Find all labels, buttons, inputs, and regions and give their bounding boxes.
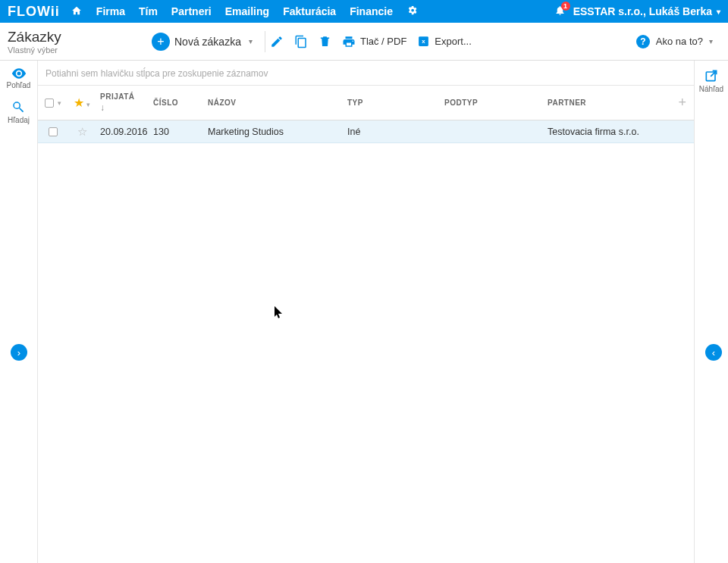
expand-right-button[interactable]: ‹ <box>705 344 722 361</box>
table-header: ▾ ★▾ PRIJATÁ ↓ ČÍSLO NÁZOV TYP PODTYP <box>38 86 694 120</box>
col-type[interactable]: TYP <box>343 99 440 107</box>
page-title-block: Zákazky Vlastný výber <box>8 29 129 55</box>
new-order-dropdown[interactable]: ▾ <box>249 37 253 45</box>
sort-arrow-icon: ↓ <box>100 102 144 113</box>
new-order-label: Nová zákazka <box>174 36 241 48</box>
nav-emailing[interactable]: Emailing <box>225 5 269 17</box>
home-icon[interactable] <box>71 5 83 18</box>
col-num-label: ČÍSLO <box>153 99 178 107</box>
chevron-down-icon: ▾ <box>58 99 62 107</box>
plus-icon: + <box>152 33 170 51</box>
export-label: Export... <box>435 36 471 47</box>
print-button[interactable]: Tlač / PDF <box>342 35 406 48</box>
toolbar: Zákazky Vlastný výber + Nová zákazka ▾ T… <box>0 23 728 61</box>
col-partner-label: PARTNER <box>548 99 586 107</box>
col-subtype[interactable]: PODTYP <box>440 99 543 107</box>
svg-text:x: x <box>422 38 426 45</box>
star-icon: ★ <box>74 96 85 109</box>
search-icon <box>11 100 25 114</box>
eye-icon <box>11 68 27 79</box>
checkbox-icon <box>45 99 54 108</box>
col-name[interactable]: NÁZOV <box>203 99 343 107</box>
nav-tim[interactable]: Tím <box>139 5 158 17</box>
nav-financie[interactable]: Financie <box>350 5 393 17</box>
new-order-button[interactable]: + Nová zákazka <box>152 33 241 51</box>
col-date[interactable]: PRIJATÁ ↓ <box>96 92 149 113</box>
help-label: Ako na to? <box>656 36 703 47</box>
sidebar-view-label: Pohľad <box>7 81 31 89</box>
page-subtitle: Vlastný výber <box>8 45 129 55</box>
cell-number: 130 <box>149 127 203 137</box>
divider <box>265 31 265 52</box>
page-title: Zákazky <box>8 29 129 45</box>
col-partner[interactable]: PARTNER <box>543 99 671 107</box>
group-hint[interactable]: Potiahni sem hlavičku stĺpca pre zoskupe… <box>38 61 694 86</box>
top-nav: FLOWii Firma Tím Partneri Emailing Faktu… <box>0 0 728 23</box>
col-name-label: NÁZOV <box>208 99 237 107</box>
nav-partneri[interactable]: Partneri <box>171 5 212 17</box>
col-number[interactable]: ČÍSLO <box>149 99 203 107</box>
notifications-icon[interactable]: 1 <box>554 5 566 18</box>
chevron-down-icon: ▾ <box>717 8 720 16</box>
print-icon <box>342 35 356 48</box>
chevron-right-icon: › <box>17 347 20 358</box>
help-icon: ? <box>636 35 650 48</box>
copy-icon[interactable] <box>294 35 308 48</box>
sidebar-right: Náhľad <box>695 61 728 563</box>
print-label: Tlač / PDF <box>360 36 406 47</box>
sidebar-left: Pohľad Hľadaj <box>0 61 38 563</box>
expand-left-button[interactable]: › <box>11 344 27 361</box>
main-area: Pohľad Hľadaj Potiahni sem hlavičku stĺp… <box>0 61 728 563</box>
chevron-down-icon: ▾ <box>86 101 91 108</box>
grid-content: Potiahni sem hlavičku stĺpca pre zoskupe… <box>38 61 695 563</box>
account-menu[interactable]: ESSTAR s.r.o., Lukáš Berka ▾ <box>573 5 720 17</box>
preview-button[interactable]: Náhľad <box>699 68 723 93</box>
logo-text: FLOWii <box>8 4 60 20</box>
col-date-label: PRIJATÁ <box>100 92 135 101</box>
add-column-button[interactable]: + <box>671 95 694 111</box>
account-name: ESSTAR s.r.o., Lukáš Berka <box>573 5 712 17</box>
cell-type: Iné <box>343 127 440 137</box>
row-checkbox[interactable] <box>49 127 58 136</box>
sidebar-search-label: Hľadaj <box>8 116 30 124</box>
select-all[interactable]: ▾ <box>38 99 68 108</box>
star-outline-icon[interactable]: ☆ <box>77 125 87 138</box>
settings-icon[interactable] <box>406 5 418 18</box>
external-link-icon <box>704 68 719 83</box>
cell-partner: Testovacia firma s.r.o. <box>543 127 671 137</box>
notif-badge: 1 <box>561 2 570 11</box>
sidebar-view-button[interactable]: Pohľad <box>7 68 31 89</box>
nav-firma[interactable]: Firma <box>96 5 125 17</box>
cell-date: 20.09.2016 <box>96 127 149 137</box>
export-icon: x <box>417 35 430 48</box>
sidebar-search-button[interactable]: Hľadaj <box>8 100 30 124</box>
chevron-down-icon: ▾ <box>709 37 713 45</box>
chevron-left-icon: ‹ <box>712 347 715 358</box>
preview-label: Náhľad <box>699 85 723 93</box>
nav-fakturacia[interactable]: Fakturácia <box>283 5 336 17</box>
col-type-label: TYP <box>347 99 363 107</box>
export-button[interactable]: x Export... <box>417 35 471 48</box>
help-button[interactable]: ? Ako na to? ▾ <box>636 35 720 48</box>
cell-name: Marketing Studios <box>203 127 343 137</box>
app-logo[interactable]: FLOWii <box>8 4 60 20</box>
edit-icon[interactable] <box>270 35 284 48</box>
delete-icon[interactable] <box>318 35 331 48</box>
col-subtype-label: PODTYP <box>444 99 478 107</box>
col-star[interactable]: ★▾ <box>68 95 96 110</box>
table-row[interactable]: ☆ 20.09.2016 130 Marketing Studios Iné T… <box>38 120 694 143</box>
